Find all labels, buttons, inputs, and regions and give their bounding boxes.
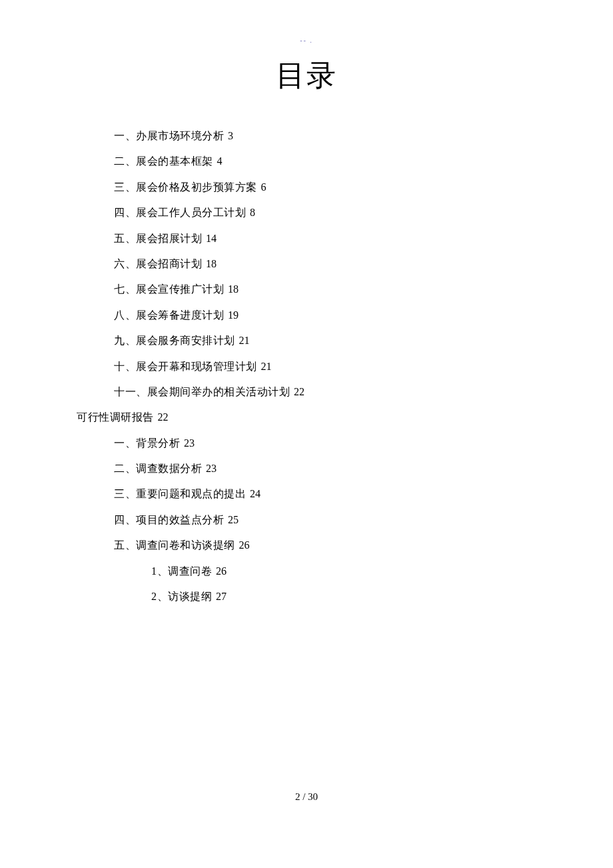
toc-item-page: 18 [206,258,217,269]
toc-item: 一、办展市场环境分析 3 [77,129,536,143]
toc-item: 一、背景分析 23 [77,436,536,451]
header-mark: -- . [77,37,536,44]
toc-item-page: 8 [250,207,255,218]
toc-item-label: 十、展会开幕和现场管理计划 [114,361,257,372]
toc-item: 八、展会筹备进度计划 19 [77,308,536,323]
toc-item-page: 14 [206,233,217,244]
toc-item-page: 3 [228,130,233,141]
toc-item-label: 四、项目的效益点分析 [114,514,224,525]
toc-item-page: 4 [217,155,223,167]
toc-item: 可行性调研报告 22 [77,410,536,425]
toc-item-page: 18 [228,283,239,295]
toc-item-page: 6 [261,181,267,193]
toc-item-page: 25 [228,514,239,525]
toc-item-label: 二、展会的基本框架 [114,155,213,167]
toc-list: 一、办展市场环境分析 3二、展会的基本框架 4三、展会价格及初步预算方案 6四、… [77,129,536,604]
toc-item-label: 十一、展会期间举办的相关活动计划 [114,386,290,397]
toc-item: 五、展会招展计划 14 [77,231,536,246]
page-title: 目录 [77,56,536,95]
toc-item-label: 可行性调研报告 [77,411,154,423]
toc-item-page: 26 [239,539,250,551]
toc-item: 四、展会工作人员分工计划 8 [77,205,536,220]
toc-item: 九、展会服务商安排计划 21 [77,333,536,348]
toc-item: 十一、展会期间举办的相关活动计划 22 [77,385,536,399]
toc-item: 四、项目的效益点分析 25 [77,513,536,527]
toc-item: 六、展会招商计划 18 [77,257,536,271]
toc-item: 1、调查问卷 26 [77,564,536,579]
toc-item-page: 22 [158,411,169,423]
toc-item-label: 九、展会服务商安排计划 [114,335,235,346]
toc-item-label: 七、展会宣传推广计划 [114,283,224,295]
document-page: -- . 目录 一、办展市场环境分析 3二、展会的基本框架 4三、展会价格及初步… [0,0,613,604]
page-footer: 2 / 30 [0,791,613,803]
toc-item-page: 26 [216,565,227,577]
toc-item: 二、调查数据分析 23 [77,461,536,476]
toc-item-page: 24 [250,488,261,499]
toc-item-label: 五、展会招展计划 [114,233,202,244]
toc-item-label: 五、调查问卷和访谈提纲 [114,539,235,551]
toc-item-label: 2、访谈提纲 [151,591,212,602]
page-separator: / [300,791,308,802]
toc-item-label: 四、展会工作人员分工计划 [114,207,246,218]
toc-item: 十、展会开幕和现场管理计划 21 [77,359,536,374]
toc-item-label: 三、展会价格及初步预算方案 [114,181,257,193]
toc-item-page: 21 [261,361,272,372]
toc-item-label: 三、重要问题和观点的提出 [114,488,246,499]
toc-item-page: 21 [239,335,250,346]
page-total: 30 [308,791,318,802]
toc-item-label: 八、展会筹备进度计划 [114,309,224,321]
toc-item-label: 一、办展市场环境分析 [114,130,224,141]
toc-item: 三、展会价格及初步预算方案 6 [77,180,536,195]
toc-item-label: 1、调查问卷 [151,565,212,577]
toc-item-page: 19 [228,309,239,321]
toc-item-label: 六、展会招商计划 [114,258,202,269]
toc-item: 五、调查问卷和访谈提纲 26 [77,538,536,553]
toc-item-label: 二、调查数据分析 [114,463,202,474]
toc-item: 三、重要问题和观点的提出 24 [77,487,536,501]
toc-item: 2、访谈提纲 27 [77,589,536,604]
toc-item-page: 22 [294,386,305,397]
toc-item-page: 23 [184,437,195,449]
toc-item-page: 23 [206,463,217,474]
toc-item-page: 27 [216,591,227,602]
toc-item: 二、展会的基本框架 4 [77,154,536,169]
toc-item-label: 一、背景分析 [114,437,180,449]
toc-item: 七、展会宣传推广计划 18 [77,282,536,297]
